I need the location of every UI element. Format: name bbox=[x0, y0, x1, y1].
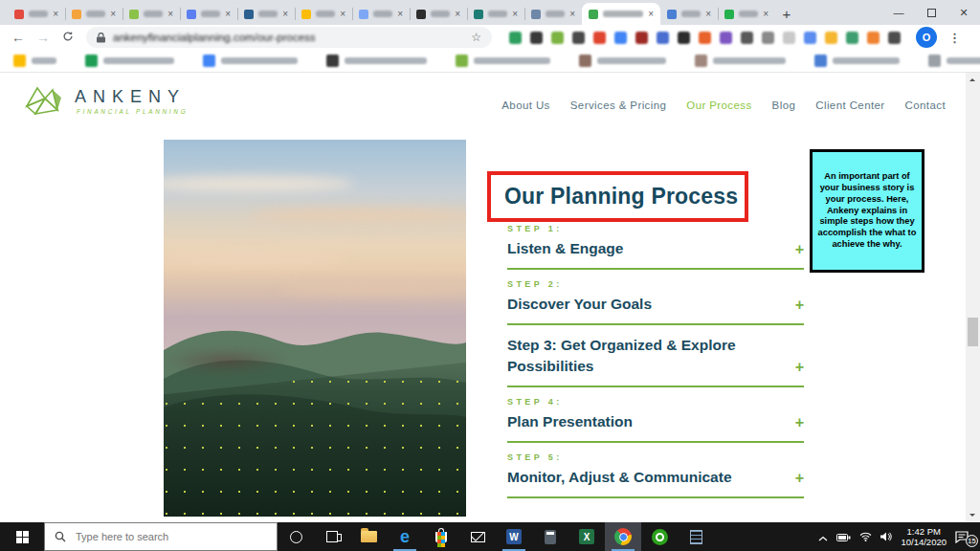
profile-avatar[interactable]: O bbox=[916, 27, 937, 48]
browser-tab[interactable]: × bbox=[295, 3, 352, 25]
browser-tab[interactable]: × bbox=[467, 3, 524, 25]
bookmark-item[interactable] bbox=[203, 55, 298, 67]
step-item-2[interactable]: STEP 2: Discover Your Goals+ bbox=[507, 279, 804, 325]
expand-plus-icon[interactable]: + bbox=[795, 242, 804, 259]
cortana-button[interactable] bbox=[278, 522, 314, 551]
quickbooks-button[interactable] bbox=[641, 522, 678, 551]
tab-close-icon[interactable]: × bbox=[512, 10, 518, 19]
expand-plus-icon[interactable]: + bbox=[795, 471, 804, 488]
nav-our-process[interactable]: Our Process bbox=[686, 99, 751, 111]
bookmark-star-icon[interactable]: ☆ bbox=[471, 31, 481, 44]
browser-tab[interactable]: × bbox=[180, 3, 237, 25]
back-icon[interactable]: ← bbox=[8, 30, 29, 45]
tab-close-icon[interactable]: × bbox=[705, 10, 711, 19]
taskbar-clock[interactable]: 1:42 PM 10/14/2020 bbox=[901, 526, 947, 547]
browser-tab[interactable]: × bbox=[122, 3, 180, 25]
site-logo[interactable]: ANKENY FINANCIAL PLANNING bbox=[25, 85, 188, 118]
tab-close-icon[interactable]: × bbox=[282, 10, 288, 19]
browser-menu-icon[interactable]: ⋮ bbox=[948, 31, 961, 45]
extension-icon[interactable] bbox=[614, 32, 627, 44]
extension-icon[interactable] bbox=[635, 32, 648, 44]
bookmark-item[interactable] bbox=[85, 55, 174, 67]
extension-icon[interactable] bbox=[783, 32, 795, 44]
scroll-up-icon[interactable] bbox=[969, 78, 975, 81]
nav-services-pricing[interactable]: Services & Pricing bbox=[570, 99, 667, 111]
browser-tab[interactable]: × bbox=[352, 3, 410, 25]
bookmark-item[interactable] bbox=[579, 55, 666, 67]
mail-button[interactable] bbox=[459, 522, 496, 551]
nav-client-center[interactable]: Client Center bbox=[815, 99, 884, 111]
expand-plus-icon[interactable]: + bbox=[795, 298, 804, 315]
extension-icon[interactable] bbox=[551, 32, 564, 44]
browser-tab[interactable]: × bbox=[237, 3, 295, 25]
edge-button[interactable]: e bbox=[387, 522, 423, 551]
extension-icon[interactable] bbox=[804, 32, 816, 44]
page-scrollbar[interactable] bbox=[966, 73, 980, 522]
extension-icon[interactable] bbox=[678, 32, 690, 44]
expand-plus-icon[interactable]: + bbox=[795, 415, 804, 432]
calculator-button[interactable] bbox=[532, 522, 568, 551]
bookmark-item[interactable] bbox=[814, 55, 900, 67]
extension-icon[interactable] bbox=[762, 32, 774, 44]
tray-chevron-icon[interactable] bbox=[818, 528, 828, 545]
excel-button[interactable]: X bbox=[568, 522, 605, 551]
extension-icon[interactable] bbox=[741, 32, 753, 44]
address-bar[interactable]: ankenyfinancialplanning.com/our-process … bbox=[86, 27, 492, 48]
tab-close-icon[interactable]: × bbox=[455, 10, 460, 19]
tab-close-icon[interactable]: × bbox=[167, 10, 173, 19]
extension-icon[interactable] bbox=[867, 32, 880, 44]
new-tab-button[interactable]: + bbox=[775, 3, 798, 25]
wifi-icon[interactable] bbox=[859, 528, 872, 545]
microsoft-store-button[interactable] bbox=[423, 522, 459, 551]
step-item-5[interactable]: STEP 5: Monitor, Adjust & Communicate+ bbox=[507, 452, 804, 498]
bookmark-item[interactable] bbox=[456, 55, 550, 67]
extension-icon[interactable] bbox=[593, 32, 606, 44]
expand-plus-icon[interactable]: + bbox=[795, 360, 804, 377]
taskbar-search[interactable] bbox=[44, 522, 278, 551]
tab-close-icon[interactable]: × bbox=[53, 10, 58, 19]
browser-tab[interactable]: × bbox=[410, 3, 467, 25]
scroll-down-icon[interactable] bbox=[969, 514, 975, 517]
step-item-1[interactable]: STEP 1: Listen & Engage+ bbox=[507, 224, 804, 270]
tab-close-icon[interactable]: × bbox=[110, 10, 116, 19]
search-input[interactable] bbox=[74, 530, 250, 543]
bookmark-item[interactable] bbox=[695, 55, 786, 67]
task-view-button[interactable] bbox=[314, 522, 350, 551]
extension-icon[interactable] bbox=[657, 32, 669, 44]
tab-close-icon[interactable]: × bbox=[763, 10, 768, 19]
step-item-3[interactable]: Step 3: Get Organized & Explore Possibil… bbox=[507, 335, 804, 387]
extension-icon[interactable] bbox=[888, 32, 901, 44]
volume-icon[interactable] bbox=[880, 528, 892, 545]
tab-close-icon[interactable]: × bbox=[225, 10, 231, 19]
start-button[interactable] bbox=[0, 522, 44, 551]
tab-close-icon[interactable]: × bbox=[340, 10, 345, 19]
battery-icon[interactable] bbox=[836, 528, 851, 545]
notepad-button[interactable] bbox=[678, 522, 714, 551]
extension-icon[interactable] bbox=[530, 32, 543, 44]
tab-close-icon[interactable]: × bbox=[648, 10, 654, 19]
minimize-button[interactable]: — bbox=[882, 0, 915, 25]
forward-icon[interactable]: → bbox=[33, 30, 54, 45]
action-center-button[interactable]: 15 bbox=[955, 529, 972, 544]
extension-icon[interactable] bbox=[572, 32, 585, 44]
browser-tab[interactable]: × bbox=[718, 3, 775, 25]
nav-blog[interactable]: Blog bbox=[772, 99, 796, 111]
browser-tab[interactable]: × bbox=[8, 3, 65, 25]
reload-icon[interactable] bbox=[57, 30, 78, 45]
extension-icon[interactable] bbox=[699, 32, 711, 44]
bookmark-item[interactable] bbox=[13, 55, 56, 67]
nav-about-us[interactable]: About Us bbox=[501, 99, 550, 111]
tab-close-icon[interactable]: × bbox=[569, 10, 575, 19]
extension-icon[interactable] bbox=[825, 32, 837, 44]
browser-tab[interactable]: × bbox=[524, 3, 582, 25]
bookmark-item[interactable] bbox=[326, 55, 427, 67]
file-explorer-button[interactable] bbox=[350, 522, 387, 551]
word-button[interactable]: W bbox=[496, 522, 532, 551]
chrome-button[interactable] bbox=[605, 522, 641, 551]
extension-icon[interactable] bbox=[720, 32, 732, 44]
tab-close-icon[interactable]: × bbox=[397, 10, 403, 19]
browser-tab-active[interactable]: × bbox=[582, 3, 660, 25]
browser-tab[interactable]: × bbox=[65, 3, 122, 25]
step-item-4[interactable]: STEP 4: Plan Presentation+ bbox=[507, 397, 804, 443]
close-button[interactable]: ✕ bbox=[947, 0, 980, 25]
